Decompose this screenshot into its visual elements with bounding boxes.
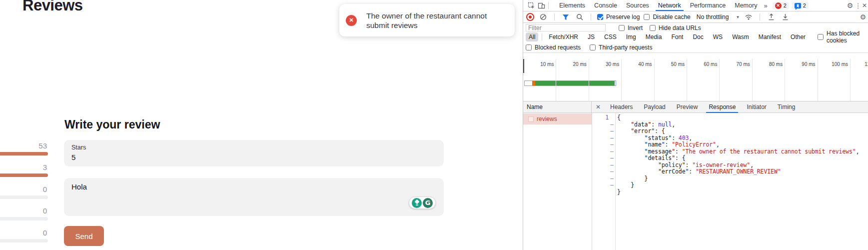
- review-textarea[interactable]: Hola G: [64, 178, 444, 216]
- hide-data-urls-checkbox[interactable]: Hide data URLs: [650, 24, 701, 32]
- invert-checkbox[interactable]: Invert: [619, 24, 643, 32]
- kebab-menu-icon[interactable]: ⋮: [855, 0, 861, 10]
- filter-input[interactable]: Filter: [526, 24, 606, 32]
- fold-marker[interactable]: –: [609, 176, 615, 182]
- timeline-gridline: [752, 59, 753, 102]
- resource-filter-doc[interactable]: Doc: [690, 32, 706, 42]
- network-overview-timeline[interactable]: 10 ms20 ms30 ms40 ms50 ms60 ms70 ms80 ms…: [523, 52, 868, 102]
- code-line: – "policy": "is-owner-review",: [592, 162, 868, 169]
- stars-label: Stars: [71, 144, 436, 152]
- clear-network-log-icon[interactable]: [538, 12, 548, 22]
- resource-filter-font[interactable]: Font: [668, 32, 686, 42]
- filter-funnel-icon[interactable]: [561, 12, 571, 22]
- timeline-tick-label: 20 ms: [573, 62, 589, 67]
- tab-performance[interactable]: Performance: [686, 0, 731, 11]
- fold-marker[interactable]: –: [609, 142, 615, 148]
- more-tabs-chevron-icon[interactable]: »: [762, 2, 769, 10]
- import-har-icon[interactable]: [766, 12, 776, 22]
- fold-marker[interactable]: –: [609, 128, 615, 135]
- rating-bar: [0, 239, 48, 242]
- tab-console[interactable]: Console: [590, 0, 622, 11]
- resource-filter-img[interactable]: Img: [623, 32, 639, 42]
- code-line: – }: [592, 182, 868, 189]
- detail-tab-headers[interactable]: Headers: [605, 102, 638, 112]
- fold-marker[interactable]: –: [609, 135, 615, 142]
- resource-filter-wasm[interactable]: Wasm: [729, 32, 752, 42]
- timeline-gridline: [719, 59, 720, 102]
- rating-bar-row: 0: [0, 207, 48, 220]
- fold-marker[interactable]: –: [609, 168, 615, 176]
- toast-message: The owner of the restaurant cannot submi…: [366, 11, 495, 30]
- resource-filter-all[interactable]: All: [526, 32, 538, 42]
- send-button[interactable]: Send: [64, 226, 104, 246]
- dropdown-arrow-icon: ▼: [736, 15, 740, 20]
- fold-marker[interactable]: –: [609, 122, 615, 128]
- settings-gear-icon[interactable]: ⚙: [845, 0, 855, 10]
- timeline-gridline: [687, 59, 687, 102]
- console-errors-badge[interactable]: ✕ 2: [773, 2, 789, 10]
- stars-field[interactable]: Stars 5: [64, 140, 444, 166]
- overview-left-handle[interactable]: [523, 59, 524, 73]
- device-toolbar-icon[interactable]: [536, 0, 546, 10]
- disable-cache-checkbox[interactable]: Disable cache: [644, 14, 690, 20]
- detail-tab-preview[interactable]: Preview: [671, 102, 704, 112]
- write-review-heading: Write your review: [64, 118, 160, 132]
- resource-filter-other[interactable]: Other: [788, 32, 809, 42]
- issues-bubble-icon: ▮: [795, 3, 801, 8]
- search-icon[interactable]: [575, 12, 585, 22]
- name-column-header[interactable]: Name: [523, 102, 592, 112]
- resource-filter-ws[interactable]: WS: [710, 32, 726, 42]
- resource-filter-media[interactable]: Media: [643, 32, 665, 42]
- fold-marker[interactable]: –: [609, 148, 615, 156]
- export-har-icon[interactable]: [780, 12, 790, 22]
- detail-tab-response[interactable]: Response: [703, 102, 741, 112]
- tab-sources[interactable]: Sources: [622, 0, 654, 11]
- overview-green-segment: [535, 81, 615, 86]
- code-line: – "status": 403,: [592, 135, 868, 142]
- fold-marker[interactable]: –: [609, 155, 615, 162]
- detail-tab-timing[interactable]: Timing: [772, 102, 801, 112]
- code-line: – "errCode": "RESTAURANT_OWNER_REVIEW": [592, 168, 868, 176]
- third-party-requests-checkbox[interactable]: Third-party requests: [590, 44, 652, 51]
- request-row-reviews[interactable]: reviews: [523, 114, 592, 124]
- code-line: 1{: [592, 114, 868, 122]
- resource-filter-css[interactable]: CSS: [601, 32, 620, 42]
- fold-marker[interactable]: –: [609, 182, 615, 189]
- fold-marker[interactable]: –: [609, 162, 615, 169]
- network-controls-bar: Preserve log Disable cache No throttling…: [523, 12, 868, 23]
- rating-bar-row: 0: [0, 186, 48, 199]
- tab-elements[interactable]: Elements: [555, 0, 590, 11]
- error-toast: ✕ The owner of the restaurant cannot sub…: [339, 4, 515, 36]
- overview-selection-bar[interactable]: [524, 80, 616, 86]
- rating-bar-row: 3: [0, 164, 48, 177]
- resource-filter-fetch-xhr[interactable]: Fetch/XHR: [546, 32, 581, 42]
- tab-memory[interactable]: Memory: [730, 0, 762, 11]
- resource-filter-js[interactable]: JS: [585, 32, 598, 42]
- code-line: – "details": {: [592, 155, 868, 162]
- timeline-tick-label: 90 ms: [802, 62, 817, 67]
- issues-badge[interactable]: ▮ 2: [792, 2, 809, 9]
- timeline-gridline: [556, 59, 556, 102]
- close-devtools-icon[interactable]: ✕: [861, 0, 868, 10]
- resource-filter-manifest[interactable]: Manifest: [756, 32, 784, 42]
- detail-tab-initiator[interactable]: Initiator: [741, 102, 772, 112]
- grammarly-widget[interactable]: G: [409, 196, 436, 209]
- blocked-requests-checkbox[interactable]: Blocked requests: [526, 44, 581, 51]
- record-network-log-icon[interactable]: [526, 13, 534, 21]
- network-settings-gear-icon[interactable]: ⚙: [858, 12, 868, 22]
- inspect-element-icon[interactable]: [526, 0, 536, 10]
- detail-tab-payload[interactable]: Payload: [638, 102, 671, 112]
- preserve-log-checkbox[interactable]: Preserve log: [597, 14, 640, 20]
- has-blocked-cookies-checkbox[interactable]: Has blocked cookies: [818, 30, 868, 44]
- grammarly-logo-icon[interactable]: G: [423, 198, 433, 208]
- detail-tabs: ✕ HeadersPayloadPreviewResponseInitiator…: [592, 102, 801, 112]
- grammarly-suggestion-icon[interactable]: [412, 198, 422, 208]
- throttling-dropdown[interactable]: No throttling ▼: [697, 14, 740, 20]
- network-conditions-icon[interactable]: [744, 12, 754, 22]
- code-line: – }: [592, 176, 868, 182]
- response-body-viewer: 1{– "data": null,– "error": {– "status":…: [592, 113, 868, 250]
- tab-network[interactable]: Network: [654, 0, 686, 11]
- close-detail-pane-icon[interactable]: ✕: [592, 104, 605, 110]
- rating-bar-row: 0: [0, 229, 48, 242]
- timeline-gridline: [850, 59, 851, 102]
